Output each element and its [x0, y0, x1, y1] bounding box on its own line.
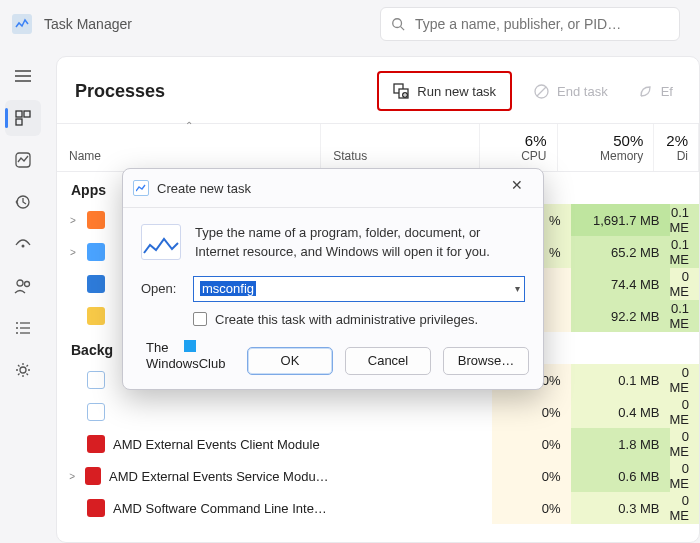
- search-box[interactable]: [380, 7, 680, 41]
- app-icon: [12, 14, 32, 34]
- search-input[interactable]: [415, 16, 669, 32]
- svg-line-1: [401, 27, 405, 31]
- svg-point-17: [16, 332, 18, 334]
- svg-rect-6: [24, 111, 30, 117]
- open-combobox[interactable]: msconfig ▾: [193, 276, 525, 302]
- open-value: msconfig: [200, 281, 256, 296]
- end-task-button[interactable]: End task: [526, 78, 616, 105]
- efficiency-label: Ef: [661, 84, 673, 99]
- run-new-task-label: Run new task: [417, 84, 496, 99]
- search-icon: [391, 17, 405, 31]
- cell-disk: 0 ME: [670, 460, 700, 492]
- leaf-icon: [638, 84, 653, 99]
- admin-label: Create this task with administrative pri…: [215, 312, 478, 327]
- sort-arrow-icon: ⌃: [185, 120, 193, 131]
- cell-mem: 65.2 MB: [571, 236, 670, 268]
- admin-checkbox[interactable]: [193, 312, 207, 326]
- chevron-down-icon[interactable]: ▾: [515, 283, 520, 294]
- open-label: Open:: [141, 281, 181, 296]
- watermark-logo: [184, 340, 196, 352]
- cancel-button[interactable]: Cancel: [345, 347, 431, 375]
- cell-mem: 74.4 MB: [571, 268, 670, 300]
- table-row[interactable]: 0%0.4 MB0 ME: [57, 396, 699, 428]
- run-task-icon: [393, 83, 409, 99]
- browse-button[interactable]: Browse…: [443, 347, 529, 375]
- process-icon: [85, 467, 101, 485]
- cell-disk: 0 ME: [670, 268, 700, 300]
- svg-line-26: [537, 87, 546, 96]
- rail-users[interactable]: [5, 268, 41, 304]
- col-status[interactable]: Status: [321, 124, 480, 171]
- page-title: Processes: [75, 81, 165, 102]
- process-name: AMD Software Command Line Inte…: [113, 501, 327, 516]
- rail-services[interactable]: [5, 352, 41, 388]
- cell-mem: 0.3 MB: [571, 492, 670, 524]
- expand-icon[interactable]: >: [67, 471, 77, 482]
- cell-disk: 0.1 ME: [670, 236, 700, 268]
- end-task-icon: [534, 84, 549, 99]
- rail-details[interactable]: [5, 310, 41, 346]
- rail-processes[interactable]: [5, 100, 41, 136]
- svg-point-10: [22, 245, 25, 248]
- efficiency-button[interactable]: Ef: [630, 78, 681, 105]
- col-name[interactable]: ⌃ Name: [57, 124, 321, 171]
- cell-cpu: 0%: [492, 396, 571, 428]
- cell-mem: 1.8 MB: [571, 428, 670, 460]
- dialog-titlebar: Create new task ✕: [123, 169, 543, 208]
- table-row[interactable]: >AMD External Events Service Modu…0%0.6 …: [57, 460, 699, 492]
- process-icon: [87, 307, 105, 325]
- process-name: AMD External Events Service Modu…: [109, 469, 329, 484]
- process-icon: [87, 435, 105, 453]
- svg-point-13: [16, 322, 18, 324]
- dialog-icon: [133, 180, 149, 196]
- table-row[interactable]: AMD Software Command Line Inte…0%0.3 MB0…: [57, 492, 699, 524]
- process-icon: [87, 211, 105, 229]
- cell-cpu: 0%: [492, 428, 571, 460]
- dialog-title: Create new task: [157, 181, 251, 196]
- svg-point-19: [20, 367, 26, 373]
- svg-point-15: [16, 327, 18, 329]
- watermark: The WindowsClub: [146, 340, 225, 371]
- process-icon: [87, 499, 105, 517]
- process-icon: [87, 403, 105, 421]
- process-name: AMD External Events Client Module: [113, 437, 320, 452]
- col-mem[interactable]: 50%Memory: [558, 124, 655, 171]
- cell-disk: 0 ME: [670, 428, 700, 460]
- col-cpu[interactable]: 6%CPU: [480, 124, 558, 171]
- cell-disk: 0 ME: [670, 492, 700, 524]
- svg-point-12: [25, 282, 30, 287]
- end-task-label: End task: [557, 84, 608, 99]
- expand-icon[interactable]: >: [67, 215, 79, 226]
- app-title: Task Manager: [44, 16, 132, 32]
- svg-point-0: [393, 19, 402, 28]
- titlebar: Task Manager: [0, 0, 700, 48]
- cell-mem: 0.1 MB: [571, 364, 670, 396]
- cell-disk: 0 ME: [670, 396, 700, 428]
- rail-history[interactable]: [5, 184, 41, 220]
- cell-mem: 1,691.7 MB: [571, 204, 670, 236]
- cell-disk: 0.1 ME: [670, 204, 700, 236]
- process-icon: [87, 243, 105, 261]
- close-button[interactable]: ✕: [501, 177, 533, 199]
- ok-button[interactable]: OK: [247, 347, 333, 375]
- cell-mem: 92.2 MB: [571, 300, 670, 332]
- cell-disk: 0 ME: [670, 364, 700, 396]
- col-disk[interactable]: 2%Di: [654, 124, 699, 171]
- process-icon: [87, 275, 105, 293]
- rail-performance[interactable]: [5, 142, 41, 178]
- cell-mem: 0.4 MB: [571, 396, 670, 428]
- svg-point-11: [17, 280, 23, 286]
- rail-startup[interactable]: [5, 226, 41, 262]
- table-row[interactable]: AMD External Events Client Module0%1.8 M…: [57, 428, 699, 460]
- process-icon: [87, 371, 105, 389]
- expand-icon[interactable]: >: [67, 247, 79, 258]
- svg-rect-7: [16, 119, 22, 125]
- nav-rail: [0, 48, 46, 543]
- cell-mem: 0.6 MB: [571, 460, 670, 492]
- cell-cpu: 0%: [492, 492, 571, 524]
- column-headers: ⌃ Name Status 6%CPU 50%Memory 2%Di: [57, 123, 699, 172]
- rail-menu[interactable]: [5, 58, 41, 94]
- svg-rect-5: [16, 111, 22, 117]
- run-new-task-button[interactable]: Run new task: [377, 71, 512, 111]
- dialog-instruction: Type the name of a program, folder, docu…: [195, 224, 525, 262]
